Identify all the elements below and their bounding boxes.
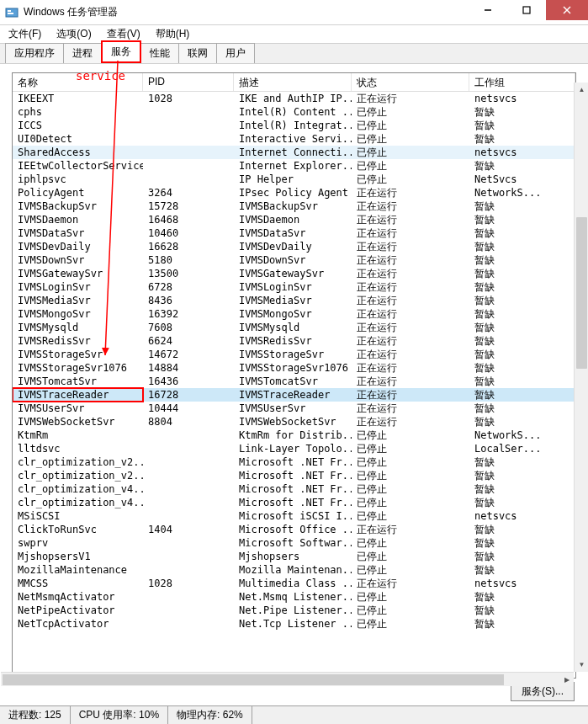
scroll-down-icon[interactable]: ▼ <box>575 657 588 672</box>
table-row[interactable]: clr_optimization_v2...Microsoft .NET Fr.… <box>13 469 575 482</box>
cell-group: 暂缺 <box>469 388 575 402</box>
menu-options[interactable]: 选项(O) <box>53 25 94 43</box>
column-header[interactable]: 状态 <box>352 73 469 91</box>
table-row[interactable]: IVMSUserSvr10444IVMSUserSvr正在运行暂缺 <box>13 402 575 415</box>
list-body[interactable]: IKEEXT1028IKE and AuthIP IP...正在运行netsvc… <box>13 92 575 678</box>
table-row[interactable]: IVMSGatewaySvr13500IVMSGatewaySvr正在运行暂缺 <box>13 267 575 280</box>
table-row[interactable]: IVMSLoginSvr6728IVMSLoginSvr正在运行暂缺 <box>13 280 575 294</box>
table-row[interactable]: MozillaMaintenanceMozilla Maintenan...已停… <box>13 563 575 577</box>
cell-pid: 7608 <box>143 321 234 334</box>
cell-desc: Intel(R) Content ... <box>234 105 352 119</box>
cell-name: KtmRm <box>13 429 143 442</box>
table-row[interactable]: NetTcpActivatorNet.Tcp Listener ...已停止暂缺 <box>13 617 575 631</box>
close-button[interactable] <box>546 0 588 20</box>
tab-5[interactable]: 用户 <box>216 43 255 63</box>
menu-file[interactable]: 文件(F) <box>5 25 45 43</box>
cell-name: swprv <box>13 536 143 550</box>
table-row[interactable]: IKEEXT1028IKE and AuthIP IP...正在运行netsvc… <box>13 92 575 105</box>
table-row[interactable]: IVMSBackupSvr15728IVMSBackupSvr正在运行暂缺 <box>13 200 575 213</box>
maximize-button[interactable] <box>507 0 546 20</box>
table-row[interactable]: IVMSMysqld7608IVMSMysqld正在运行暂缺 <box>13 321 575 334</box>
table-row[interactable]: ClickToRunSvc1404Microsoft Office ...正在运… <box>13 523 575 536</box>
cell-pid: 15728 <box>143 200 234 213</box>
table-row[interactable]: NetMsmqActivatorNet.Msmq Listener...已停止暂… <box>13 590 575 604</box>
table-row[interactable]: IVMSDevDaily16628IVMSDevDaily正在运行暂缺 <box>13 240 575 253</box>
table-row[interactable]: MjshopsersV1Mjshopsers已停止暂缺 <box>13 550 575 563</box>
cell-name: IVMSMongoSvr <box>13 307 143 321</box>
column-header[interactable]: 工作组 <box>469 73 575 91</box>
table-row[interactable]: PolicyAgent3264IPsec Policy Agent正在运行Net… <box>13 186 575 200</box>
cell-status: 正在运行 <box>352 388 469 402</box>
cell-name: IVMSDaemon <box>13 213 143 226</box>
table-row[interactable]: IVMSTomcatSvr16436IVMSTomcatSvr正在运行暂缺 <box>13 375 575 388</box>
cell-desc: Net.Pipe Listener... <box>234 604 352 617</box>
scroll-thumb-h[interactable] <box>3 674 504 685</box>
cell-group: 暂缺 <box>469 267 575 280</box>
table-row[interactable]: MSiSCSIMicrosoft iSCSI I...已停止netsvcs <box>13 509 575 523</box>
table-row[interactable]: IVMSStorageSvr14672IVMSStorageSvr正在运行暂缺 <box>13 348 575 361</box>
table-row[interactable]: IVMSTraceReader16728IVMSTraceReader正在运行暂… <box>13 388 575 402</box>
cell-desc: Net.Tcp Listener ... <box>234 617 352 631</box>
tab-0[interactable]: 应用程序 <box>5 43 64 63</box>
cell-desc: KtmRm for Distrib... <box>234 429 352 442</box>
scroll-thumb-v[interactable] <box>576 217 587 369</box>
status-procs: 进程数: 125 <box>0 706 71 724</box>
table-row[interactable]: UI0DetectInteractive Servi...已停止暂缺 <box>13 132 575 146</box>
table-row[interactable]: IVMSDownSvr5180IVMSDownSvr正在运行暂缺 <box>13 253 575 267</box>
column-header[interactable]: 描述 <box>234 73 352 91</box>
table-row[interactable]: lltdsvcLink-Layer Topolo...已停止LocalSer..… <box>13 442 575 455</box>
cell-desc: IVMSDevDaily <box>234 240 352 253</box>
table-row[interactable]: IEEtwCollectorServiceInternet Explorer..… <box>13 159 575 173</box>
cell-group: 暂缺 <box>469 119 575 132</box>
cell-name: IVMSStorageSvr1076 <box>13 361 143 375</box>
table-row[interactable]: clr_optimization_v2...Microsoft .NET Fr.… <box>13 455 575 469</box>
table-row[interactable]: clr_optimization_v4...Microsoft .NET Fr.… <box>13 482 575 496</box>
table-row[interactable]: IVMSStorageSvr107614884IVMSStorageSvr107… <box>13 361 575 375</box>
table-row[interactable]: IVMSMongoSvr16392IVMSMongoSvr正在运行暂缺 <box>13 307 575 321</box>
table-row[interactable]: MMCSS1028Multimedia Class ...正在运行netsvcs <box>13 577 575 590</box>
table-row[interactable]: IVMSDaemon16468IVMSDaemon正在运行暂缺 <box>13 213 575 226</box>
cell-status: 已停止 <box>352 482 469 496</box>
cell-group: 暂缺 <box>469 523 575 536</box>
minimize-button[interactable] <box>469 0 507 20</box>
table-row[interactable]: swprvMicrosoft Softwar...已停止暂缺 <box>13 536 575 550</box>
cell-group: 暂缺 <box>469 348 575 361</box>
cell-status: 正在运行 <box>352 267 469 280</box>
cell-name: PolicyAgent <box>13 186 143 200</box>
cell-status: 已停止 <box>352 496 469 509</box>
table-row[interactable]: NetPipeActivatorNet.Pipe Listener...已停止暂… <box>13 604 575 617</box>
cell-name: ICCS <box>13 119 143 132</box>
tab-3[interactable]: 性能 <box>140 43 179 63</box>
table-row[interactable]: IVMSRedisSvr6624IVMSRedisSvr正在运行暂缺 <box>13 334 575 348</box>
cell-status: 已停止 <box>352 455 469 469</box>
table-row[interactable]: cphsIntel(R) Content ...已停止暂缺 <box>13 105 575 119</box>
tab-1[interactable]: 进程 <box>63 43 102 63</box>
table-row[interactable]: SharedAccessInternet Connecti...已停止netsv… <box>13 146 575 159</box>
cell-status: 正在运行 <box>352 226 469 240</box>
cell-status: 已停止 <box>352 550 469 563</box>
cell-pid <box>143 590 234 604</box>
cell-desc: IVMSTraceReader <box>234 388 352 402</box>
cell-name: MozillaMaintenance <box>13 563 143 577</box>
cell-pid <box>143 469 234 482</box>
tab-4[interactable]: 联网 <box>178 43 217 63</box>
scroll-right-icon[interactable]: ▶ <box>559 673 574 687</box>
table-row[interactable]: KtmRmKtmRm for Distrib...已停止NetworkS... <box>13 429 575 442</box>
table-row[interactable]: IVMSDataSvr10460IVMSDataSvr正在运行暂缺 <box>13 226 575 240</box>
cell-status: 正在运行 <box>352 294 469 307</box>
table-row[interactable]: clr_optimization_v4...Microsoft .NET Fr.… <box>13 496 575 509</box>
scrollbar-vertical[interactable]: ▲ ▼ <box>574 83 588 672</box>
scroll-up-icon[interactable]: ▲ <box>575 83 588 97</box>
table-row[interactable]: IVMSWebSocketSvr8804IVMSWebSocketSvr正在运行… <box>13 415 575 429</box>
menu-help[interactable]: 帮助(H) <box>152 25 193 43</box>
table-row[interactable]: IVMSMediaSvr8436IVMSMediaSvr正在运行暂缺 <box>13 294 575 307</box>
cell-group: 暂缺 <box>469 482 575 496</box>
cell-status: 正在运行 <box>352 186 469 200</box>
column-header[interactable]: PID <box>143 73 234 91</box>
tab-2[interactable]: 服务 <box>101 40 141 63</box>
scrollbar-horizontal[interactable]: ▶ <box>1 672 574 686</box>
table-row[interactable]: ICCSIntel(R) Integrat...已停止暂缺 <box>13 119 575 132</box>
cell-pid <box>143 159 234 173</box>
table-row[interactable]: iphlpsvcIP Helper已停止NetSvcs <box>13 173 575 186</box>
app-icon <box>5 6 19 19</box>
